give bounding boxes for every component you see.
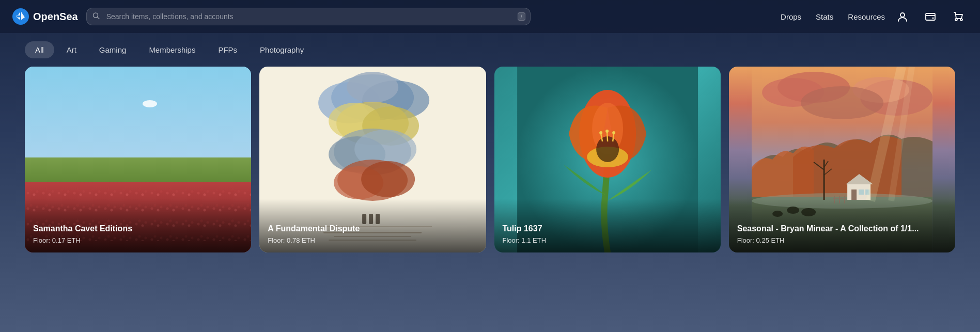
card-title-1: Samantha Cavet Editions — [33, 224, 243, 234]
account-button[interactable] — [893, 7, 912, 26]
card-samantha-cavet[interactable]: Samantha Cavet Editions Floor: 0.17 ETH — [25, 67, 251, 252]
card-floor-4: Floor: 0.25 ETH — [737, 236, 947, 244]
filter-bar: All Art Gaming Memberships PFPs Photogra… — [0, 33, 980, 67]
nav-icons — [893, 7, 968, 26]
card-title-4: Seasonal - Bryan Minear - A Collection o… — [737, 224, 947, 234]
card-tulip[interactable]: Tulip 1637 Floor: 1.1 ETH — [494, 67, 721, 252]
svg-point-36 — [605, 130, 609, 133]
filter-tab-art[interactable]: Art — [56, 41, 87, 58]
card-seasonal[interactable]: Seasonal - Bryan Minear - A Collection o… — [729, 67, 955, 252]
card-floor-3: Floor: 1.1 ETH — [503, 236, 712, 244]
svg-rect-48 — [851, 189, 857, 200]
filter-tab-gaming[interactable]: Gaming — [89, 41, 137, 58]
opensea-logo-icon — [12, 8, 29, 25]
search-input[interactable] — [86, 8, 531, 25]
svg-point-5 — [932, 18, 934, 19]
nav-stats[interactable]: Stats — [816, 12, 833, 21]
search-slash-hint: / — [518, 12, 525, 21]
nav-links: Drops Stats Resources — [781, 12, 885, 21]
cart-button[interactable] — [949, 7, 968, 26]
card-floor-2: Floor: 0.78 ETH — [268, 236, 477, 244]
svg-line-33 — [607, 132, 608, 141]
svg-point-19 — [361, 161, 415, 197]
svg-point-3 — [900, 13, 905, 17]
svg-point-10 — [347, 72, 398, 103]
nav-resources[interactable]: Resources — [848, 12, 885, 21]
filter-tab-all[interactable]: All — [25, 41, 54, 58]
filter-tab-memberships[interactable]: Memberships — [138, 41, 206, 58]
svg-point-0 — [12, 8, 29, 25]
card-title-2: A Fundamental Dispute — [268, 224, 477, 234]
svg-line-2 — [97, 17, 99, 19]
svg-point-35 — [599, 131, 602, 134]
card-overlay-4: Seasonal - Bryan Minear - A Collection o… — [729, 199, 955, 252]
card-overlay-3: Tulip 1637 Floor: 1.1 ETH — [494, 199, 721, 252]
nav-drops[interactable]: Drops — [781, 12, 801, 21]
card-fundamental-dispute[interactable]: A Fundamental Dispute Floor: 0.78 ETH — [259, 67, 486, 252]
card-overlay-1: Samantha Cavet Editions Floor: 0.17 ETH — [25, 199, 251, 252]
svg-rect-49 — [859, 189, 864, 195]
wallet-button[interactable] — [921, 7, 940, 26]
svg-rect-4 — [926, 13, 935, 20]
svg-point-37 — [612, 131, 615, 134]
card-overlay-2: A Fundamental Dispute Floor: 0.78 ETH — [259, 199, 486, 252]
card-title-3: Tulip 1637 — [503, 224, 712, 234]
logo[interactable]: OpenSea — [12, 8, 78, 25]
logo-text: OpenSea — [33, 11, 78, 23]
filter-tab-photography[interactable]: Photography — [250, 41, 314, 58]
filter-tab-pfps[interactable]: PFPs — [208, 41, 247, 58]
navbar: OpenSea / Drops Stats Resources — [0, 0, 980, 33]
search-icon — [92, 12, 100, 21]
search-container: / — [86, 8, 531, 25]
svg-point-43 — [801, 86, 883, 119]
cards-grid: Samantha Cavet Editions Floor: 0.17 ETH — [0, 67, 980, 277]
card-floor-1: Floor: 0.17 ETH — [33, 236, 243, 244]
